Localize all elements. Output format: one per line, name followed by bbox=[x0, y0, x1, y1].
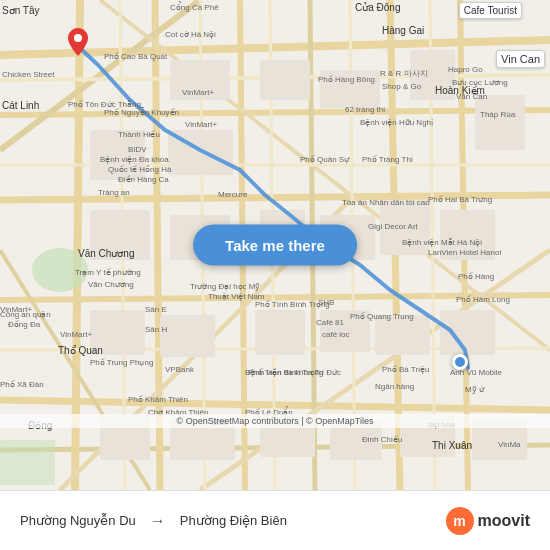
label-gigi: Gigi Decor Art bbox=[368, 222, 418, 231]
label-san-h: Sân H bbox=[145, 325, 167, 334]
label-trang-an: Tràng an bbox=[98, 188, 130, 197]
label-cong-ca-phe: Cổng Cà Phê bbox=[170, 3, 219, 12]
label-van-can: Văn Can bbox=[456, 92, 487, 101]
label-dh-my: Trường Đại học Mỹ bbox=[190, 282, 261, 291]
label-vinmart4: VinMart+ bbox=[185, 120, 217, 129]
label-kham-thien: Phố Khâm Thiên bbox=[128, 395, 188, 404]
label-pho-ham-long: Phố Hàm Long bbox=[456, 295, 510, 304]
label-vinmart2: VinMart+ bbox=[60, 330, 92, 339]
label-bidv: BIDV bbox=[128, 145, 147, 154]
label-pho-nguyen-khuyen: Phố Nguyễn Khuyến bbox=[104, 108, 179, 117]
label-pho-xa-dan: Phố Xã Đàn bbox=[0, 380, 44, 389]
label-tho-quan: Thổ Quan bbox=[58, 345, 103, 356]
label-shop-go: Shop & Go bbox=[382, 82, 421, 91]
label-dong-da: Đống Đa bbox=[8, 320, 40, 329]
label-mercure: Mercure bbox=[218, 190, 247, 199]
label-benh-mat: Bệnh viện Mắt Hà Nội bbox=[402, 238, 482, 247]
label-van-chuong: Văn Chương bbox=[78, 248, 134, 259]
label-pho-cao-ba-quat: Phố Cao Bá Quát bbox=[104, 52, 167, 61]
label-vinma: VinMa bbox=[498, 440, 521, 449]
label-benh-tri-duc: Bệnh viện đa khoa Trí Đức bbox=[245, 368, 341, 377]
bottom-bar: Phường Nguyễn Du → Phường Điện Biên m mo… bbox=[0, 490, 550, 550]
take-me-there-button[interactable]: Take me there bbox=[193, 225, 357, 266]
route-info: Phường Nguyễn Du → Phường Điện Biên bbox=[20, 512, 446, 530]
label-vpbank: VPBank bbox=[165, 365, 194, 374]
from-location: Phường Nguyễn Du bbox=[20, 513, 136, 528]
label-quang-trung: Phố Quang Trung bbox=[350, 312, 414, 321]
label-cafe-loc: café loc bbox=[322, 330, 350, 339]
label-thanh-hieu: Thành Hiếu bbox=[118, 130, 160, 139]
route-arrow: → bbox=[142, 512, 174, 530]
map-attribution: © OpenStreetMap contributors | © OpenMap… bbox=[0, 414, 550, 428]
label-thap-rua: Tháp Rùa bbox=[480, 110, 515, 119]
label-pho-hang: Phố Hàng bbox=[458, 272, 494, 281]
label-van-chuong2: Văn Chương bbox=[88, 280, 134, 289]
label-hang-gai: Hàng Gai bbox=[382, 25, 424, 36]
moovit-branding: m moovit bbox=[446, 507, 530, 535]
label-dien-hang-ca: Điền Hàng Ca bbox=[118, 175, 169, 184]
label-hong-ha: Quốc tế Hồng Hà bbox=[108, 165, 171, 174]
label-cua-dong: Cửa Đông bbox=[355, 2, 400, 13]
label-benh-vien-huu-nghi: Bệnh viện Hữu Nghị bbox=[360, 118, 433, 127]
map-container: Sơn Tây Chicken Street Cát Linh Cổng Cà … bbox=[0, 0, 550, 490]
label-cot-co-hn: Cot cờ Hà Nội bbox=[165, 30, 216, 39]
label-hapro: Hapro Go bbox=[448, 65, 483, 74]
label-tinh-binh-trong: Phố Tình Bình Trọng bbox=[255, 300, 330, 309]
label-pho-hai-ba-trung: Phố Hai Bà Trưng bbox=[428, 195, 492, 204]
origin-marker bbox=[452, 354, 468, 370]
label-ba-trieu: Phố Bà Triệu bbox=[382, 365, 429, 374]
label-trung-phung: Phố Trung Phụng bbox=[90, 358, 153, 367]
label-vinmart3: VinMart+ bbox=[182, 88, 214, 97]
label-san-e: Sân E bbox=[145, 305, 167, 314]
moovit-icon: m bbox=[446, 507, 474, 535]
label-rr: R & R 마사지 bbox=[380, 68, 428, 79]
to-location: Phường Điện Biên bbox=[180, 513, 287, 528]
label-toa-an: Tòa án Nhân dân tòi cao bbox=[342, 198, 430, 207]
label-ton-duc-thang: Phố Tôn Đức Thắng bbox=[68, 100, 141, 109]
label-lanvien: LanVien Hotel Hanoi bbox=[428, 248, 501, 257]
label-tram-y-te: Trạm Y tế phường bbox=[75, 268, 141, 277]
label-dinh-chieu: Đinh Chiếu bbox=[362, 435, 402, 444]
label-my-u: Mỹ ứ bbox=[465, 385, 484, 394]
label-luong-van: Bưu cục Lương bbox=[452, 78, 508, 87]
svg-point-53 bbox=[74, 34, 82, 42]
label-pho-trang-thi: Phố Tràng Thi bbox=[362, 155, 413, 164]
label-chicken-street: Chicken Street bbox=[2, 70, 54, 79]
label-cat-linh: Cát Linh bbox=[2, 100, 39, 111]
label-son-tay: Sơn Tây bbox=[2, 5, 40, 16]
cafe-tourist-label: Cafe Tourist bbox=[459, 2, 522, 19]
label-cafe81: Café 81 bbox=[316, 318, 344, 327]
label-cong-an: Công an quận bbox=[0, 310, 51, 319]
moovit-name: moovit bbox=[478, 512, 530, 530]
label-hang-bong: Phố Hàng Bông bbox=[318, 75, 375, 84]
label-62-trang-thi: 62 tràng thi bbox=[345, 105, 385, 114]
destination-marker bbox=[68, 28, 88, 56]
label-thi-xuan: Thi Xuân bbox=[432, 440, 472, 451]
vin-can-label: Vin Can bbox=[496, 50, 545, 68]
label-ngan-hang: Ngân hàng bbox=[375, 382, 414, 391]
label-pho-quan-su: Phố Quân Sự bbox=[300, 155, 349, 164]
label-da-khoa: Bệnh viện Đa khoa bbox=[100, 155, 169, 164]
